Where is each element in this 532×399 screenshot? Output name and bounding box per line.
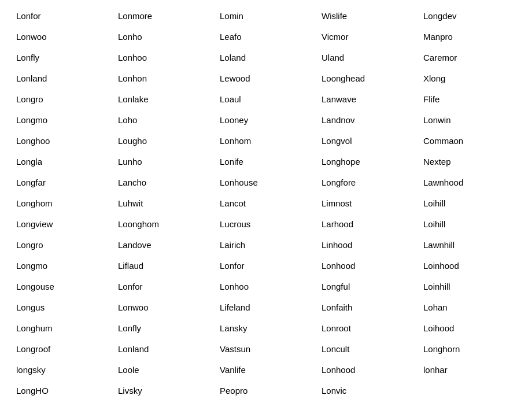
list-item: Loihill xyxy=(419,193,520,214)
list-item: Longful xyxy=(317,276,419,297)
list-item: Longouse xyxy=(12,276,113,297)
list-item: Lonmore xyxy=(113,6,215,27)
list-item: Flife xyxy=(419,89,520,110)
list-item: Loncult xyxy=(317,339,419,360)
list-item: Lougho xyxy=(113,131,215,152)
list-item xyxy=(419,380,520,399)
list-item: Lonhouse xyxy=(215,172,317,193)
list-item: Lonland xyxy=(12,68,113,89)
list-item: Lonfly xyxy=(113,318,215,339)
list-item: Lansky xyxy=(215,318,317,339)
list-item: Commaon xyxy=(419,131,520,152)
list-item: Landnov xyxy=(317,110,419,131)
list-item: Luhwit xyxy=(113,193,215,214)
list-item: Loole xyxy=(113,360,215,380)
list-item: Lonwoo xyxy=(113,297,215,318)
list-item: Longroof xyxy=(12,339,113,360)
list-item: Loland xyxy=(215,47,317,68)
list-item: Leafo xyxy=(215,27,317,47)
list-item: Looney xyxy=(215,110,317,131)
list-item: Loinhood xyxy=(419,256,520,276)
list-item: Lonroot xyxy=(317,318,419,339)
list-item: Lawnhood xyxy=(419,172,520,193)
list-item: Longhom xyxy=(12,193,113,214)
list-item: Longhorn xyxy=(419,339,520,360)
list-item: Loihood xyxy=(419,318,520,339)
list-item: Longus xyxy=(12,297,113,318)
list-item: Lonwoo xyxy=(12,27,113,47)
list-item: Vastsun xyxy=(215,339,317,360)
list-item: Longhum xyxy=(12,318,113,339)
list-item: Lomin xyxy=(215,6,317,27)
list-item: Loonghom xyxy=(113,214,215,235)
list-item: Loinhill xyxy=(419,276,520,297)
list-item: Nextep xyxy=(419,152,520,172)
list-item: Lonlake xyxy=(113,89,215,110)
list-item: Longro xyxy=(12,89,113,110)
list-item: Longview xyxy=(12,214,113,235)
list-item: Longro xyxy=(12,235,113,256)
list-item: Larhood xyxy=(317,214,419,235)
list-item: Lonhom xyxy=(215,131,317,152)
list-item: Vanlife xyxy=(215,360,317,380)
list-item: longsky xyxy=(12,360,113,380)
list-item: Loho xyxy=(113,110,215,131)
list-item: Lonfor xyxy=(215,256,317,276)
list-item: Lonhon xyxy=(113,68,215,89)
list-item: Uland xyxy=(317,47,419,68)
list-item: Longfar xyxy=(12,172,113,193)
list-item: Lucrous xyxy=(215,214,317,235)
list-item: Manpro xyxy=(419,27,520,47)
list-item: Liflaud xyxy=(113,256,215,276)
list-item: Lawnhill xyxy=(419,235,520,256)
list-item: Vicmor xyxy=(317,27,419,47)
list-item: Loonghead xyxy=(317,68,419,89)
list-item: LongHO xyxy=(12,380,113,399)
list-item: Longmo xyxy=(12,110,113,131)
list-item: Lonfly xyxy=(12,47,113,68)
list-item: Lonvic xyxy=(317,380,419,399)
list-item: Lancot xyxy=(215,193,317,214)
list-item: Lonwin xyxy=(419,110,520,131)
list-item: Lonhood xyxy=(317,256,419,276)
list-item: Xlong xyxy=(419,68,520,89)
list-item: Lunho xyxy=(113,152,215,172)
list-item: Longhoo xyxy=(12,131,113,152)
list-item: Lonhoo xyxy=(113,47,215,68)
list-item: Lonhood xyxy=(317,360,419,380)
list-item: Longmo xyxy=(12,256,113,276)
list-item: Lifeland xyxy=(215,297,317,318)
word-grid: LonforLonmoreLominWislifeLongdevLonwooLo… xyxy=(12,6,520,399)
list-item: Loihill xyxy=(419,214,520,235)
list-item: Limnost xyxy=(317,193,419,214)
list-item: Lonfaith xyxy=(317,297,419,318)
list-item: Lohan xyxy=(419,297,520,318)
list-item: Lewood xyxy=(215,68,317,89)
list-item: Longla xyxy=(12,152,113,172)
list-item: Wislife xyxy=(317,6,419,27)
list-item: Lonfor xyxy=(113,276,215,297)
list-item: Lonho xyxy=(113,27,215,47)
list-item: Longvol xyxy=(317,131,419,152)
list-item: Lanwave xyxy=(317,89,419,110)
list-item: Lancho xyxy=(113,172,215,193)
list-item: lonhar xyxy=(419,360,520,380)
list-item: Lonfor xyxy=(12,6,113,27)
list-item: Loaul xyxy=(215,89,317,110)
list-item: Lairich xyxy=(215,235,317,256)
list-item: Longfore xyxy=(317,172,419,193)
list-item: Lonland xyxy=(113,339,215,360)
list-item: Caremor xyxy=(419,47,520,68)
list-item: Linhood xyxy=(317,235,419,256)
list-item: Longdev xyxy=(419,6,520,27)
list-item: Landove xyxy=(113,235,215,256)
list-item: Lonhoo xyxy=(215,276,317,297)
list-item: Livsky xyxy=(113,380,215,399)
list-item: Longhope xyxy=(317,152,419,172)
list-item: Lonife xyxy=(215,152,317,172)
list-item: Peopro xyxy=(215,380,317,399)
